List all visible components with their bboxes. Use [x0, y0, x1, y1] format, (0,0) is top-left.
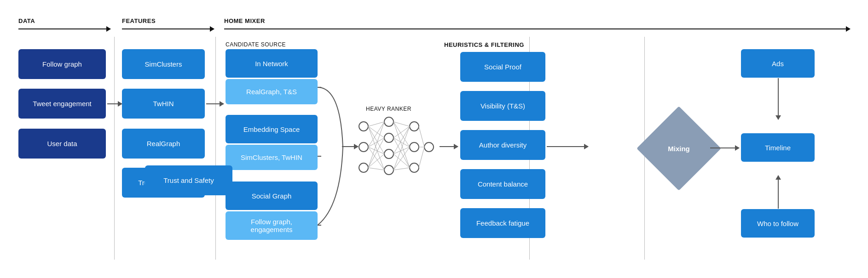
svg-point-10 — [410, 122, 419, 131]
author-diversity-box: Author diversity — [460, 130, 545, 160]
realgraph-ts-box: RealGraph, T&S — [226, 79, 318, 104]
who-to-follow-up-arrow — [778, 176, 779, 209]
timeline-box: Timeline — [741, 133, 815, 162]
svg-point-9 — [384, 165, 393, 175]
tweet-engagement-box: Tweet engagement — [18, 89, 106, 119]
feedback-fatigue-box: Feedback fatigue — [460, 208, 545, 238]
svg-line-25 — [368, 168, 384, 170]
svg-line-40 — [419, 147, 424, 168]
social-graph-box: Social Graph — [226, 182, 318, 210]
heuristics-to-mixing-arrow — [547, 146, 588, 147]
data-arrow — [18, 28, 110, 29]
real-graph-box: RealGraph — [122, 129, 205, 159]
user-data-box: User data — [18, 129, 106, 159]
svg-point-7 — [384, 133, 393, 142]
mixing-diamond-container: Mixing — [649, 119, 709, 178]
svg-line-38 — [419, 126, 424, 147]
in-network-box: In Network — [226, 49, 318, 78]
twhin-box: TwHIN — [122, 89, 205, 119]
features-to-candidate-arrow — [206, 103, 224, 104]
simclusters-twhin-box: SimClusters, TwHIN — [226, 145, 318, 170]
features-section-label: FEATURES — [122, 17, 156, 24]
follow-graph-engagements-box: Follow graph, engagements — [226, 211, 318, 240]
svg-point-13 — [424, 142, 434, 152]
svg-point-12 — [410, 163, 419, 172]
visibility-ts-box: Visibility (T&S) — [460, 91, 545, 121]
data-section-label: DATA — [18, 17, 35, 24]
data-to-features-arrow — [107, 103, 122, 104]
svg-line-37 — [393, 168, 410, 170]
mixing-label: Mixing — [649, 119, 709, 178]
neural-network-svg — [354, 113, 435, 182]
svg-point-8 — [384, 149, 393, 159]
sim-clusters-box: SimClusters — [122, 49, 205, 79]
svg-point-3 — [359, 122, 368, 131]
nn-to-heuristics-arrow — [440, 146, 458, 147]
svg-line-16 — [368, 126, 384, 154]
embedding-space-box: Embedding Space — [226, 115, 318, 143]
social-proof-box: Social Proof — [460, 52, 545, 82]
heuristics-section-label: HEURISTICS & FILTERING — [444, 41, 524, 48]
architecture-diagram: DATA FEATURES HOME MIXER HEURISTICS & FI… — [0, 0, 868, 278]
trust-safety-feature-box: Trust and Safety — [145, 165, 232, 195]
svg-line-32 — [393, 126, 410, 154]
divider-1 — [114, 37, 115, 260]
ads-down-arrow — [778, 78, 779, 119]
mixing-to-timeline-arrow — [710, 148, 739, 148]
svg-point-4 — [359, 142, 368, 152]
candidate-source-label: CANDIDATE SOURCE — [226, 41, 286, 48]
ads-box: Ads — [741, 49, 815, 78]
svg-point-5 — [359, 163, 368, 172]
divider-2 — [215, 37, 216, 260]
bracket-svg — [318, 46, 345, 248]
follow-graph-box: Follow graph — [18, 49, 106, 79]
features-arrow — [122, 28, 214, 29]
svg-point-11 — [410, 142, 419, 152]
home-mixer-arrow — [224, 28, 850, 29]
who-to-follow-box: Who to follow — [741, 209, 815, 238]
heavy-ranker-label: HEAVY RANKER — [366, 106, 411, 112]
svg-point-6 — [384, 117, 393, 126]
content-balance-box: Content balance — [460, 169, 545, 199]
home-mixer-section-label: HOME MIXER — [224, 17, 265, 24]
